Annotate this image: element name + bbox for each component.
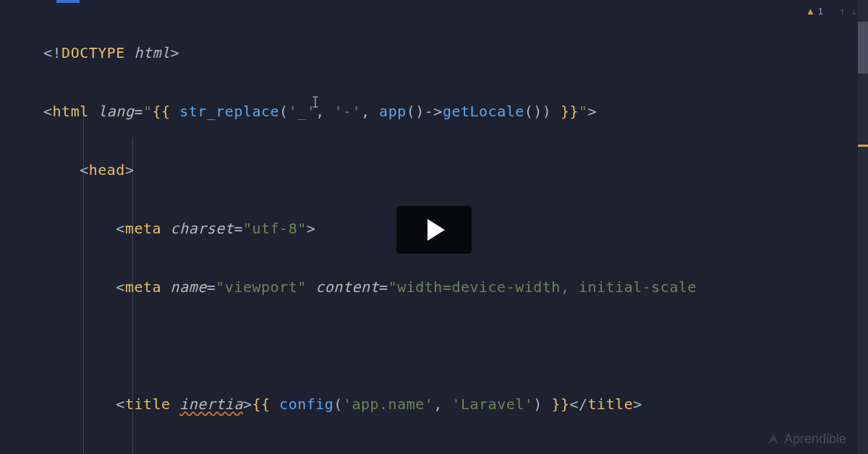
- code-line: [43, 451, 868, 454]
- code-line: <head>: [43, 158, 868, 194]
- watermark-text: Aprendible: [784, 432, 846, 447]
- inertia-attr-warning: inertia: [179, 395, 243, 413]
- play-icon: [427, 219, 445, 241]
- code-line: [43, 334, 868, 369]
- code-line: <meta name="viewport" content="width=dev…: [43, 275, 868, 311]
- code-line: <title inertia>{{ config('app.name', 'La…: [43, 393, 868, 428]
- logo-icon: [767, 433, 780, 446]
- code-line: <html lang="{{ str_replace('_', '-', app…: [43, 100, 868, 135]
- watermark: Aprendible: [767, 432, 846, 447]
- code-line: <!DOCTYPE html>: [43, 41, 868, 77]
- play-button[interactable]: [396, 206, 472, 254]
